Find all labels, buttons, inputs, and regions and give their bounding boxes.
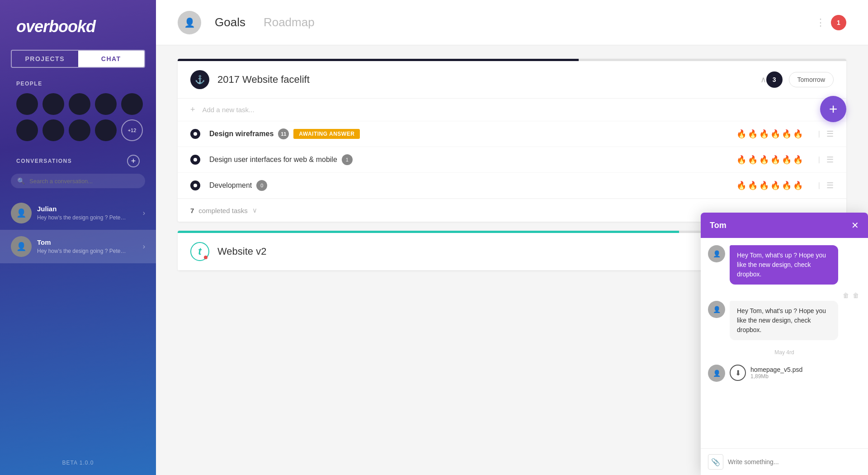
person-avatar-5[interactable]: [121, 93, 143, 115]
task-flames-2: 🔥 🔥 🔥 🔥 🔥 🔥: [736, 155, 803, 165]
delete-icon-2[interactable]: 🗑: [853, 292, 859, 299]
flame-1-3: 🔥: [759, 129, 769, 139]
main-header: 👤 Goals Roadmap ⋮ 1: [156, 0, 868, 45]
task-menu-icon-3[interactable]: ☰: [826, 180, 834, 190]
task-name-1: Design wireframes 11 AWAITING ANSWER: [209, 128, 736, 139]
search-conversation-input[interactable]: [29, 178, 139, 185]
task-name-3: Development 0: [209, 180, 736, 191]
header-more: ⋮ 1: [816, 15, 846, 30]
people-grid: +12: [0, 93, 156, 155]
flame-2-6: 🔥: [793, 155, 803, 165]
user-avatar: 👤: [178, 11, 201, 34]
task-radio-1[interactable]: [190, 129, 200, 139]
task-menu-icon-1[interactable]: ☰: [826, 129, 834, 139]
chat-avatar-1: 👤: [708, 245, 725, 262]
chat-close-button[interactable]: ✕: [851, 220, 859, 231]
person-avatar-8[interactable]: [69, 119, 90, 141]
project-icon-2: t: [190, 242, 209, 261]
chat-bubble-1: Hey Tom, what's up ? Hope you like the n…: [730, 245, 838, 285]
add-task-row-1[interactable]: + Add a new task...: [178, 99, 846, 121]
chat-title: Tom: [710, 221, 726, 230]
task-row-development: Development 0 🔥 🔥 🔥 🔥 🔥 🔥 | ☰: [178, 173, 846, 199]
task-flames-1: 🔥 🔥 🔥 🔥 🔥 🔥: [736, 129, 803, 139]
search-icon: 🔍: [17, 177, 25, 185]
flame-1-4: 🔥: [770, 129, 780, 139]
conversation-item-tom[interactable]: 👤 Tom Hey how's the design going ? Peter…: [0, 230, 156, 263]
chat-message-2-actions: 🗑 🗑: [708, 292, 861, 299]
add-conversation-button[interactable]: +: [127, 155, 140, 167]
people-section-label: PEOPLE: [0, 81, 156, 93]
flame-3-3: 🔥: [759, 180, 769, 190]
tab-projects[interactable]: PROJECTS: [12, 51, 78, 67]
add-task-plus-icon: +: [190, 105, 195, 114]
flame-2-4: 🔥: [770, 155, 780, 165]
chat-header: Tom ✕: [701, 213, 868, 238]
task-name-2: Design user interfaces for web & mobile …: [209, 154, 736, 165]
conversations-header: CONVERSATIONS +: [0, 155, 156, 174]
flame-2-2: 🔥: [748, 155, 758, 165]
people-more-button[interactable]: +12: [121, 119, 143, 141]
chat-panel: Tom ✕ 👤 Hey Tom, what's up ? Hope you li…: [701, 213, 868, 475]
task-divider-3: |: [818, 181, 820, 190]
project-header-1: ⚓ 2017 Website facelift ∧ 3 Tomorrow: [178, 61, 846, 99]
chat-date-divider: May 4rd: [708, 347, 861, 357]
conversations-label: CONVERSATIONS: [16, 158, 72, 164]
nav-roadmap[interactable]: Roadmap: [264, 15, 315, 29]
tom-info: Tom Hey how's the design going ? Peter i…: [37, 238, 137, 255]
person-avatar-3[interactable]: [69, 93, 90, 115]
chat-file-avatar: 👤: [708, 365, 725, 382]
chat-input-area: 📎: [701, 448, 868, 475]
chat-messages: 👤 Hey Tom, what's up ? Hope you like the…: [701, 238, 868, 448]
task-comment-badge-3: 0: [256, 180, 267, 191]
flame-3-5: 🔥: [782, 180, 792, 190]
chat-message-1: 👤 Hey Tom, what's up ? Hope you like the…: [708, 245, 861, 285]
tab-chat[interactable]: CHAT: [78, 51, 145, 67]
download-icon[interactable]: ⬇: [730, 365, 746, 381]
header-nav: Goals Roadmap: [215, 15, 802, 29]
julian-preview: Hey how's the design going ? Peter is wa…: [37, 214, 127, 222]
more-options-icon[interactable]: ⋮: [816, 17, 826, 28]
conversation-item-julian[interactable]: 👤 Julian Hey how's the design going ? Pe…: [0, 196, 156, 230]
julian-arrow-icon: ›: [143, 209, 145, 217]
chat-bubble-2: Hey Tom, what's up ? Hope you like the n…: [730, 301, 838, 340]
app-logo: overbookd: [0, 0, 156, 50]
chat-file-message: 👤 ⬇ homepage_v5.psd 1,89Mb: [708, 365, 861, 382]
tom-avatar: 👤: [11, 236, 32, 257]
sidebar: overbookd PROJECTS CHAT PEOPLE +12 CONVE…: [0, 0, 156, 475]
chat-input[interactable]: [728, 458, 861, 466]
chat-file-content: ⬇ homepage_v5.psd 1,89Mb: [730, 365, 802, 381]
person-avatar-9[interactable]: [95, 119, 117, 141]
task-menu-icon-2[interactable]: ☰: [826, 155, 834, 165]
task-row-design-wireframes: Design wireframes 11 AWAITING ANSWER 🔥 🔥…: [178, 121, 846, 147]
task-comment-badge-1: 11: [278, 128, 289, 139]
person-avatar-7[interactable]: [42, 119, 64, 141]
project-collapse-icon-1[interactable]: ∧: [760, 75, 766, 85]
attach-button[interactable]: 📎: [708, 454, 723, 470]
flame-3-4: 🔥: [770, 180, 780, 190]
julian-avatar: 👤: [11, 203, 32, 223]
notification-badge[interactable]: 1: [831, 15, 846, 30]
sidebar-tab-group: PROJECTS CHAT: [11, 50, 145, 68]
task-status-badge-1: AWAITING ANSWER: [293, 129, 360, 139]
chat-filesize: 1,89Mb: [750, 373, 802, 380]
person-avatar-4[interactable]: [95, 93, 117, 115]
tom-preview: Hey how's the design going ? Peter is wa…: [37, 247, 127, 255]
task-radio-2[interactable]: [190, 155, 200, 165]
add-fab-button[interactable]: +: [820, 96, 846, 122]
completed-chevron-icon: ∨: [252, 206, 257, 214]
person-avatar-2[interactable]: [42, 93, 64, 115]
chat-message-2: 👤 Hey Tom, what's up ? Hope you like the…: [708, 301, 861, 340]
search-conversation-bar[interactable]: 🔍: [11, 174, 145, 188]
task-radio-3[interactable]: [190, 180, 200, 190]
person-avatar-1[interactable]: [16, 93, 38, 115]
task-row-design-ui: Design user interfaces for web & mobile …: [178, 147, 846, 173]
flame-3-2: 🔥: [748, 180, 758, 190]
task-divider-2: |: [818, 156, 820, 164]
tom-arrow-icon: ›: [143, 242, 145, 251]
person-avatar-6[interactable]: [16, 119, 38, 141]
delete-icon-1[interactable]: 🗑: [843, 292, 849, 299]
flame-2-1: 🔥: [736, 155, 746, 165]
flame-1-6: 🔥: [793, 129, 803, 139]
nav-goals[interactable]: Goals: [215, 15, 245, 29]
chat-avatar-2: 👤: [708, 301, 725, 318]
